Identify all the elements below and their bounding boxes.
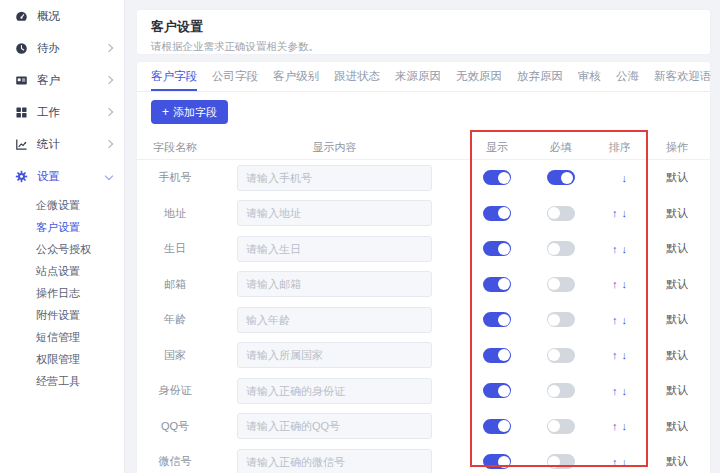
sort-down-icon[interactable] xyxy=(620,314,630,326)
display-content-input[interactable] xyxy=(237,413,432,439)
tab-company-fields[interactable]: 公司字段 xyxy=(212,62,258,91)
required-toggle[interactable] xyxy=(547,454,575,469)
default-action[interactable]: 默认 xyxy=(666,206,688,221)
sidebar-item-customer[interactable]: 客户 xyxy=(0,64,124,96)
submenu-item-official-account-auth[interactable]: 公众号授权 xyxy=(0,238,124,260)
show-toggle[interactable] xyxy=(483,241,511,256)
submenu-item-operation-tools[interactable]: 经营工具 xyxy=(0,370,124,392)
chevron-right-icon xyxy=(105,140,113,148)
sort-down-icon[interactable] xyxy=(620,420,630,432)
display-content-input[interactable] xyxy=(237,307,432,333)
default-action[interactable]: 默认 xyxy=(666,241,688,256)
tab-customer-fields[interactable]: 客户字段 xyxy=(151,62,197,91)
settings-submenu: 企微设置客户设置公众号授权站点设置操作日志附件设置短信管理权限管理经营工具 xyxy=(0,194,124,392)
required-toggle[interactable] xyxy=(547,419,575,434)
show-toggle[interactable] xyxy=(483,383,511,398)
sort-down-icon[interactable] xyxy=(620,207,630,219)
show-toggle[interactable] xyxy=(483,419,511,434)
display-content-input[interactable] xyxy=(237,200,432,226)
default-action[interactable]: 默认 xyxy=(666,383,688,398)
gear-icon xyxy=(15,170,28,183)
show-toggle[interactable] xyxy=(483,170,511,185)
required-toggle[interactable] xyxy=(547,383,575,398)
sort-up-icon[interactable] xyxy=(610,207,620,219)
field-name-label: 手机号 xyxy=(159,170,192,185)
sort-down-icon[interactable] xyxy=(620,278,630,290)
chevron-right-icon xyxy=(105,44,113,52)
default-action[interactable]: 默认 xyxy=(666,312,688,327)
table-row: 身份证 默认 xyxy=(137,373,710,409)
show-toggle[interactable] xyxy=(483,348,511,363)
tab-customer-level[interactable]: 客户级别 xyxy=(273,62,319,91)
default-action[interactable]: 默认 xyxy=(666,348,688,363)
display-content-input[interactable] xyxy=(237,271,432,297)
sort-up-icon[interactable] xyxy=(610,349,620,361)
submenu-item-customer-settings[interactable]: 客户设置 xyxy=(0,216,124,238)
sort-down-icon[interactable] xyxy=(620,385,630,397)
show-toggle[interactable] xyxy=(483,206,511,221)
table-row: 手机号 默认 xyxy=(137,160,710,196)
default-action[interactable]: 默认 xyxy=(666,454,688,469)
default-action[interactable]: 默认 xyxy=(666,419,688,434)
default-action[interactable]: 默认 xyxy=(666,170,688,185)
sort-up-icon[interactable] xyxy=(610,385,620,397)
sort-down-icon[interactable] xyxy=(620,456,630,468)
submenu-item-sms-management[interactable]: 短信管理 xyxy=(0,326,124,348)
display-content-input[interactable] xyxy=(237,449,432,473)
gauge-icon xyxy=(15,10,28,23)
tab-follow-up-status[interactable]: 跟进状态 xyxy=(334,62,380,91)
header-sort: 排序 xyxy=(591,140,648,155)
tab-abandon-reason[interactable]: 放弃原因 xyxy=(517,62,563,91)
tab-public-sea[interactable]: 公海 xyxy=(616,62,639,91)
settings-card: 客户字段公司字段客户级别跟进状态来源原因无效原因放弃原因审核公海新客欢迎语 + … xyxy=(137,62,710,473)
field-name-label: 地址 xyxy=(164,206,186,221)
show-toggle[interactable] xyxy=(483,312,511,327)
submenu-item-site-settings[interactable]: 站点设置 xyxy=(0,260,124,282)
sort-up-icon[interactable] xyxy=(610,456,620,468)
sidebar-item-todo[interactable]: 待办 xyxy=(0,32,124,64)
display-content-input[interactable] xyxy=(237,342,432,368)
id-card-icon xyxy=(15,74,28,87)
page-title: 客户设置 xyxy=(151,18,696,36)
sidebar-item-settings[interactable]: 设置 xyxy=(0,160,124,192)
display-content-input[interactable] xyxy=(237,378,432,404)
required-toggle[interactable] xyxy=(547,206,575,221)
table-row: 生日 默认 xyxy=(137,231,710,267)
tab-invalid-reason[interactable]: 无效原因 xyxy=(456,62,502,91)
required-toggle[interactable] xyxy=(547,348,575,363)
sort-down-icon[interactable] xyxy=(620,349,630,361)
tab-review[interactable]: 审核 xyxy=(578,62,601,91)
display-content-input[interactable] xyxy=(237,236,432,262)
show-toggle[interactable] xyxy=(483,277,511,292)
submenu-item-operation-logs[interactable]: 操作日志 xyxy=(0,282,124,304)
display-content-input[interactable] xyxy=(237,165,432,191)
sort-down-icon[interactable] xyxy=(620,243,630,255)
grid-icon xyxy=(15,106,28,119)
sort-down-icon[interactable] xyxy=(620,172,630,184)
required-toggle[interactable] xyxy=(547,170,575,185)
table-header-row: 字段名称 显示内容 显示 必填 排序 操作 xyxy=(137,135,710,160)
show-toggle[interactable] xyxy=(483,454,511,469)
default-action[interactable]: 默认 xyxy=(666,277,688,292)
submenu-item-wecom-settings[interactable]: 企微设置 xyxy=(0,194,124,216)
sidebar-item-work[interactable]: 工作 xyxy=(0,96,124,128)
required-toggle[interactable] xyxy=(547,241,575,256)
chart-icon xyxy=(15,138,28,151)
field-name-label: 国家 xyxy=(164,348,186,363)
sort-up-icon[interactable] xyxy=(610,243,620,255)
required-toggle[interactable] xyxy=(547,312,575,327)
sort-up-icon[interactable] xyxy=(610,278,620,290)
sidebar-menu: 概况 待办 客户 工作 统计 设置 xyxy=(0,0,124,192)
chevron-down-icon xyxy=(105,172,113,180)
field-name-label: 年龄 xyxy=(164,312,186,327)
sidebar-item-statistics[interactable]: 统计 xyxy=(0,128,124,160)
sidebar-item-overview[interactable]: 概况 xyxy=(0,0,124,32)
tab-source-reason[interactable]: 来源原因 xyxy=(395,62,441,91)
submenu-item-permission-management[interactable]: 权限管理 xyxy=(0,348,124,370)
tab-new-customer-welcome[interactable]: 新客欢迎语 xyxy=(654,62,712,91)
sort-up-icon[interactable] xyxy=(610,420,620,432)
required-toggle[interactable] xyxy=(547,277,575,292)
add-field-button[interactable]: + 添加字段 xyxy=(151,100,228,124)
sort-up-icon[interactable] xyxy=(610,314,620,326)
submenu-item-attachment-settings[interactable]: 附件设置 xyxy=(0,304,124,326)
